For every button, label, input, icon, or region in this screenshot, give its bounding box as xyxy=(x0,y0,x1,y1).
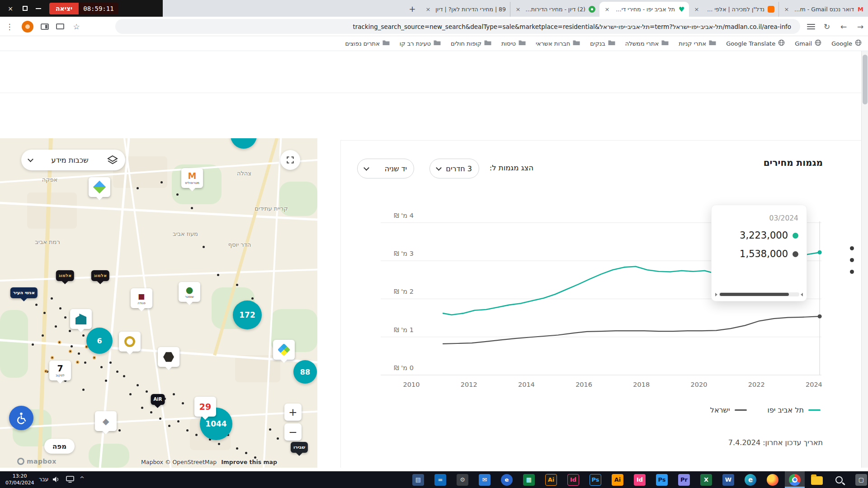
taskbar-app-illustrator[interactable]: Ai xyxy=(541,471,561,488)
listing-cluster[interactable] xyxy=(231,138,257,149)
project-marker[interactable]: 7לסקוב xyxy=(49,361,71,380)
scroll-left-arrow-icon[interactable] xyxy=(801,293,803,296)
bookmark-item[interactable]: אתרים נפוצים xyxy=(345,40,390,47)
profile-avatar-icon[interactable] xyxy=(22,21,33,33)
floating-widget-dots[interactable] xyxy=(850,246,854,274)
mapbox-logo[interactable]: mapbox xyxy=(17,458,57,465)
listing-cluster[interactable]: 6 xyxy=(86,328,113,354)
taskbar-app-search[interactable] xyxy=(829,471,849,488)
project-marker[interactable]: 29 xyxy=(194,397,216,417)
browser-tab[interactable]: (2) דיון - מחירי הדירות לאן?× xyxy=(510,2,599,17)
map-toggle-button[interactable]: מפה xyxy=(44,439,75,454)
window-maximize-icon[interactable] xyxy=(23,6,28,11)
address-bar[interactable]: madlan.co.il/area-info/תל-אביב-יפו-ישראל… xyxy=(115,19,800,34)
taskbar-app-photoshop-doc[interactable]: Ps xyxy=(652,471,672,488)
tab-close-button[interactable]: × xyxy=(514,6,522,13)
browser-tab[interactable]: Mדואר נכנס gmail.com - Gmail× xyxy=(778,2,868,17)
forward-icon[interactable]: ← xyxy=(839,22,849,31)
bookmark-item[interactable]: אתרי קניות xyxy=(679,40,716,47)
improve-map-link[interactable]: Improve this map xyxy=(221,459,277,465)
window-minimize-icon[interactable] xyxy=(36,8,41,9)
tab-close-button[interactable]: × xyxy=(783,6,790,13)
taskbar-app-remote-desktop[interactable]: ▤ xyxy=(408,471,428,488)
listing-cluster[interactable]: 88 xyxy=(293,360,317,384)
bookmark-item[interactable]: Gmail xyxy=(795,39,821,47)
map-fullscreen-button[interactable] xyxy=(280,150,300,170)
browser-menu-icon[interactable]: ⋮ xyxy=(5,22,14,31)
zoom-out-button[interactable]: − xyxy=(284,423,302,441)
project-marker[interactable]: שבירו xyxy=(291,442,308,453)
page-scrollbar[interactable] xyxy=(861,51,868,468)
attribution-text[interactable]: Mapbox © OpenStreetMap xyxy=(141,459,217,465)
new-tab-button[interactable]: + xyxy=(406,3,419,14)
window-close-icon[interactable]: × xyxy=(6,5,14,12)
project-marker[interactable] xyxy=(70,309,92,329)
trend-filter-dropdown[interactable]: יד שניה xyxy=(357,159,414,178)
project-marker[interactable]: אלמוג xyxy=(91,270,109,281)
taskbar-app-indesign-doc[interactable]: Id xyxy=(630,471,650,488)
project-marker[interactable] xyxy=(273,340,295,360)
map-layers-button[interactable]: שכבות מידע xyxy=(21,150,125,170)
taskbar-app-word[interactable]: W xyxy=(718,471,738,488)
taskbar-app-file-explorer[interactable] xyxy=(807,471,827,488)
tune-icon[interactable] xyxy=(807,23,815,30)
reload-icon[interactable]: ↻ xyxy=(822,22,832,31)
volume-icon[interactable] xyxy=(52,476,60,483)
taskbar-app-firefox[interactable] xyxy=(763,471,783,488)
taskbar-app-indesign[interactable]: Id xyxy=(563,471,583,488)
language-indicator[interactable]: עבר xyxy=(39,476,48,483)
exit-button[interactable]: יציאה xyxy=(49,3,79,14)
bookmark-item[interactable]: בנקים xyxy=(590,40,615,47)
install-app-icon[interactable] xyxy=(56,23,64,29)
page-scrollbar-thumb[interactable] xyxy=(863,55,868,104)
scrollbar-track[interactable] xyxy=(719,292,799,296)
taskbar-app-store[interactable]: ▦ xyxy=(519,471,539,488)
bookmark-item[interactable]: Google xyxy=(831,39,862,47)
project-marker[interactable]: ◼פגודה xyxy=(131,288,152,308)
legend-item[interactable]: ישראל xyxy=(710,406,747,414)
bookmark-item[interactable]: טעינת רב קו xyxy=(400,40,441,47)
zoom-in-button[interactable]: + xyxy=(284,404,302,421)
browser-tab[interactable]: נדל"ן למכירה | אלפי מודעות חד× xyxy=(689,2,778,17)
taskbar-app-photoshop[interactable]: Ps xyxy=(585,471,605,488)
bookmark-star-icon[interactable]: ☆ xyxy=(71,22,81,31)
taskbar-app-premiere[interactable]: Pr xyxy=(674,471,694,488)
project-marker[interactable]: אנשי העיר xyxy=(10,287,38,298)
project-marker[interactable]: Mמטרופוליס xyxy=(181,168,203,188)
scroll-right-arrow-icon[interactable] xyxy=(715,293,717,296)
legend-item[interactable]: תל אביב יפו xyxy=(768,406,821,414)
taskbar-app-chrome[interactable] xyxy=(785,471,805,488)
taskbar-app-app-window[interactable]: ▢ xyxy=(851,471,868,488)
taskbar-app-calculator[interactable]: = xyxy=(430,471,450,488)
taskbar-clock[interactable]: 13:20 07/04/2024 xyxy=(5,473,34,487)
back-icon[interactable]: → xyxy=(855,22,865,31)
browser-tab[interactable]: 89 | מחירי הדירות לאן? | דיון× xyxy=(420,2,510,17)
project-marker[interactable] xyxy=(158,347,179,367)
bookmark-item[interactable]: חברות אשראי xyxy=(536,40,580,47)
taskbar-app-excel[interactable]: X xyxy=(696,471,716,488)
tab-close-button[interactable]: × xyxy=(604,6,611,13)
project-marker[interactable]: אלמוג xyxy=(56,270,74,281)
taskbar-app-internet-explorer[interactable]: e xyxy=(497,471,517,488)
project-marker[interactable]: ◆ xyxy=(95,411,117,431)
scrollbar-thumb[interactable] xyxy=(720,293,789,296)
bookmark-item[interactable]: טיסות xyxy=(501,40,526,47)
project-marker[interactable] xyxy=(89,177,110,197)
project-marker[interactable]: ●שוסטר xyxy=(179,282,200,302)
bookmark-item[interactable]: Google Translate xyxy=(726,39,785,47)
taskbar-app-edge[interactable]: e xyxy=(741,471,760,488)
tab-close-button[interactable]: × xyxy=(425,6,432,13)
project-marker[interactable]: AiR xyxy=(151,394,165,405)
listing-cluster[interactable]: 172 xyxy=(233,300,262,329)
project-marker[interactable] xyxy=(119,332,141,352)
tooltip-scrollbar[interactable] xyxy=(715,292,803,297)
tray-expand-icon[interactable]: ^ xyxy=(80,475,85,482)
taskbar-app-mail[interactable]: ✉ xyxy=(475,471,495,488)
bookmark-item[interactable]: אתרי ממשלה xyxy=(625,40,669,47)
taskbar-app-settings[interactable]: ⚙ xyxy=(453,471,472,488)
side-panel-icon[interactable] xyxy=(41,23,49,30)
browser-tab[interactable]: ♥תל אביב יפו - מחירי דירות שנמ× xyxy=(599,2,689,17)
display-icon[interactable] xyxy=(66,476,74,483)
tab-close-button[interactable]: × xyxy=(693,6,700,13)
accessibility-button[interactable] xyxy=(9,406,33,430)
